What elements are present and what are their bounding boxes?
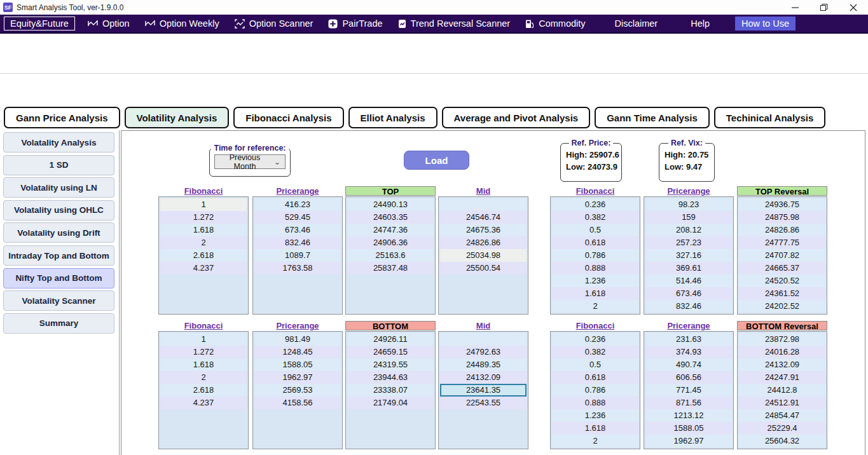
table-cell[interactable]: 24875.98 bbox=[739, 211, 825, 224]
sidebar-item-volatality-using-ln[interactable]: Volatality using LN bbox=[3, 177, 114, 198]
table-cell[interactable]: 327.16 bbox=[645, 249, 732, 262]
table-cell[interactable]: 0.382 bbox=[552, 346, 638, 358]
table-cell[interactable]: 0.236 bbox=[552, 333, 638, 346]
table-cell[interactable]: 1.618 bbox=[552, 422, 638, 435]
column-header[interactable]: Mid bbox=[438, 186, 528, 196]
table-cell[interactable]: 0.888 bbox=[552, 262, 638, 275]
table-cell[interactable]: 0.618 bbox=[552, 371, 638, 384]
table-cell[interactable]: 24665.37 bbox=[739, 262, 825, 275]
table-cell[interactable]: 0.382 bbox=[552, 211, 638, 224]
table-cell[interactable]: 24546.74 bbox=[440, 211, 527, 224]
table-cell[interactable]: 4.237 bbox=[160, 397, 247, 409]
table-cell[interactable]: 24854.47 bbox=[739, 409, 825, 422]
table-cell[interactable]: 0.5 bbox=[552, 358, 638, 371]
table-cell[interactable]: 981.49 bbox=[254, 333, 341, 346]
table-cell[interactable]: 24489.35 bbox=[440, 358, 527, 371]
table-cell[interactable]: 1 bbox=[160, 198, 247, 211]
table-cell[interactable] bbox=[440, 333, 527, 346]
column-header[interactable]: Fibonacci bbox=[550, 186, 640, 196]
table-cell[interactable]: 23944.63 bbox=[347, 371, 434, 384]
table-cell[interactable]: 257.23 bbox=[645, 236, 732, 249]
table-cell[interactable]: 1.236 bbox=[552, 409, 638, 422]
table-cell[interactable]: 25229.4 bbox=[739, 422, 825, 435]
table-cell[interactable]: 23338.07 bbox=[347, 384, 434, 397]
table-cell[interactable]: 0.786 bbox=[552, 249, 638, 262]
sidebar-item-summary[interactable]: Summary bbox=[3, 313, 114, 334]
table-cell[interactable]: 514.46 bbox=[645, 275, 732, 287]
table-cell[interactable]: 21749.04 bbox=[347, 397, 434, 409]
table-cell[interactable]: 25837.48 bbox=[347, 262, 434, 275]
close-icon[interactable] bbox=[839, 0, 868, 15]
table-cell[interactable]: 24319.55 bbox=[347, 358, 434, 371]
sidebar-item-volatality-scanner[interactable]: Volatality Scanner bbox=[3, 290, 114, 311]
column-header[interactable]: Mid bbox=[438, 321, 528, 330]
table-cell[interactable]: 25163.6 bbox=[347, 249, 434, 262]
table-cell[interactable]: 24247.91 bbox=[739, 371, 825, 384]
table-cell[interactable]: 832.46 bbox=[645, 300, 732, 313]
table-cell[interactable]: 1.272 bbox=[160, 211, 247, 224]
table-cell[interactable]: 24512.91 bbox=[739, 397, 825, 409]
table-cell[interactable]: 24777.75 bbox=[739, 236, 825, 249]
table-cell[interactable]: 369.61 bbox=[645, 262, 732, 275]
time-reference-select[interactable]: Previous Month ⌄ bbox=[214, 154, 286, 169]
table-cell[interactable]: 23872.98 bbox=[739, 333, 825, 346]
table-cell[interactable]: 2 bbox=[160, 371, 247, 384]
table-cell[interactable]: 673.46 bbox=[645, 287, 732, 300]
table-cell[interactable]: 24906.36 bbox=[347, 236, 434, 249]
sidebar-item-1-sd[interactable]: 1 SD bbox=[3, 155, 114, 175]
table-cell[interactable]: 24412.8 bbox=[739, 384, 825, 397]
table-cell[interactable]: 24707.82 bbox=[739, 249, 825, 262]
table-cell[interactable]: 22543.55 bbox=[440, 397, 527, 409]
tab-average-and-pivot-analysis[interactable]: Average and Pivot Analysis bbox=[442, 107, 591, 128]
table-cell[interactable]: 24936.75 bbox=[739, 198, 825, 211]
table-cell[interactable]: 24792.63 bbox=[440, 346, 527, 358]
menu-item-option-weekly[interactable]: Option Weekly bbox=[137, 17, 227, 31]
menu-item-help[interactable]: Help bbox=[683, 17, 717, 31]
table-cell[interactable]: 416.23 bbox=[254, 198, 341, 211]
menu-item-how-to-use[interactable]: How to Use bbox=[735, 17, 796, 31]
table-cell[interactable]: 24659.15 bbox=[347, 346, 434, 358]
table-cell[interactable]: 24520.52 bbox=[739, 275, 825, 287]
menu-item-disclaimer[interactable]: Disclaimer bbox=[607, 17, 666, 31]
table-cell[interactable]: 24132.09 bbox=[739, 358, 825, 371]
table-cell[interactable]: 24826.86 bbox=[440, 236, 527, 249]
table-cell[interactable]: 1 bbox=[160, 333, 247, 346]
table-cell[interactable]: 24202.52 bbox=[739, 300, 825, 313]
table-cell[interactable]: 24675.36 bbox=[440, 224, 527, 236]
table-cell[interactable]: 1.272 bbox=[160, 346, 247, 358]
restore-icon[interactable] bbox=[809, 0, 839, 15]
column-header[interactable]: Pricerange bbox=[644, 321, 734, 330]
menu-item-trend-reversal-scanner[interactable]: Trend Reversal Scanner bbox=[390, 17, 518, 31]
table-cell[interactable]: 1.618 bbox=[160, 224, 247, 236]
table-cell[interactable]: 1962.97 bbox=[254, 371, 341, 384]
table-cell[interactable]: 1588.05 bbox=[645, 422, 732, 435]
table-cell[interactable]: 1962.97 bbox=[645, 435, 732, 447]
table-cell[interactable]: 0.5 bbox=[552, 224, 638, 236]
table-cell[interactable]: 1089.7 bbox=[254, 249, 341, 262]
table-cell[interactable]: 2.618 bbox=[160, 249, 247, 262]
table-cell[interactable]: 0.888 bbox=[552, 397, 638, 409]
table-cell[interactable]: 24926.11 bbox=[347, 333, 434, 346]
column-header[interactable]: Pricerange bbox=[252, 186, 343, 196]
table-cell[interactable]: 490.74 bbox=[645, 358, 732, 371]
load-button-main[interactable]: Load bbox=[404, 151, 469, 170]
table-cell[interactable]: 24603.35 bbox=[347, 211, 434, 224]
table-cell[interactable]: 771.45 bbox=[645, 384, 732, 397]
table-cell[interactable]: 832.46 bbox=[254, 236, 341, 249]
menu-item-equity-future[interactable]: Equity&Future bbox=[4, 17, 75, 31]
table-cell[interactable]: 673.46 bbox=[254, 224, 341, 236]
column-header[interactable]: Fibonacci bbox=[158, 321, 249, 330]
table-cell[interactable]: 208.12 bbox=[645, 224, 732, 236]
column-header[interactable]: Fibonacci bbox=[158, 186, 249, 196]
menu-item-pairtrade[interactable]: PairTrade bbox=[320, 17, 390, 31]
table-cell[interactable]: 606.56 bbox=[645, 371, 732, 384]
column-header[interactable]: Fibonacci bbox=[550, 321, 640, 330]
table-cell[interactable]: 1.618 bbox=[160, 358, 247, 371]
table-cell[interactable] bbox=[440, 198, 527, 211]
table-cell[interactable]: 23641.35 bbox=[440, 384, 527, 397]
menu-item-option-scanner[interactable]: Option Scanner bbox=[227, 17, 321, 31]
table-cell[interactable]: 2.618 bbox=[160, 384, 247, 397]
table-cell[interactable]: 374.93 bbox=[645, 346, 732, 358]
table-cell[interactable]: 24016.28 bbox=[739, 346, 825, 358]
sidebar-item-volatality-using-ohlc[interactable]: Volatality using OHLC bbox=[3, 200, 114, 221]
